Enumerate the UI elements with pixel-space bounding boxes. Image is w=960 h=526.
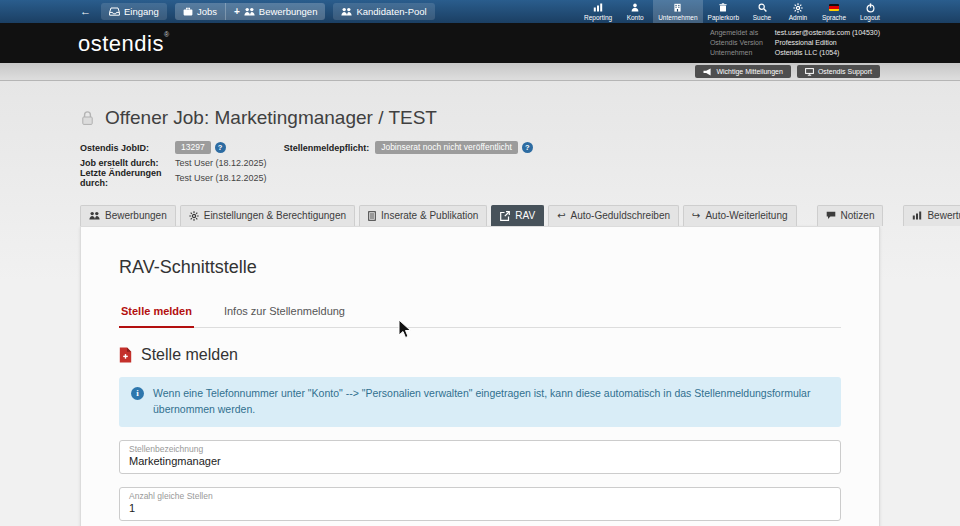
changed-value: Test User (18.12.2025) <box>175 173 267 183</box>
subtab-infos-zur-stellenmeldung[interactable]: Infos zur Stellenmeldung <box>222 298 347 327</box>
inbox-icon <box>109 7 120 16</box>
people-icon <box>89 211 100 220</box>
field-stellenbezeichnung[interactable]: Stellenbezeichnung Marketingmanager <box>119 440 841 474</box>
tab-notizen[interactable]: Notizen <box>817 205 884 226</box>
nav-eingang[interactable]: Eingang <box>101 3 167 20</box>
account-info: Angemeldet als test.user@ostendis.com (1… <box>710 28 880 57</box>
tab-inserate-publikation[interactable]: Inserate & Publikation <box>359 205 487 226</box>
info-alert: i Wenn eine Telefonnummer unter "Konto" … <box>119 377 841 427</box>
back-button[interactable]: ← <box>80 6 91 17</box>
nav-jobs-label: Jobs <box>197 6 217 17</box>
rav-panel: RAV-Schnittstelle Stelle melden Infos zu… <box>80 226 880 526</box>
report-file-icon <box>119 347 132 363</box>
people-icon <box>244 7 255 16</box>
nav-suche-label: Suche <box>753 14 771 21</box>
briefcase-icon <box>183 7 193 16</box>
rav-subtabs: Stelle melden Infos zur Stellenmeldung <box>119 298 841 328</box>
search-icon <box>758 3 767 13</box>
tab-bewerbungen[interactable]: Bewerbungen <box>80 205 176 226</box>
tab-rav[interactable]: RAV <box>491 205 544 226</box>
help-icon[interactable]: ? <box>215 142 226 153</box>
meldepflicht-badge: Jobinserat noch nicht veröffentlicht <box>375 141 518 154</box>
meldepflicht-label: Stellenmeldepflicht: <box>284 143 370 153</box>
tab-label: RAV <box>515 210 535 221</box>
registered-mark-icon: ® <box>164 31 170 38</box>
external-link-icon <box>500 211 510 221</box>
nav-logout-label: Logout <box>860 14 880 21</box>
job-meta: Ostendis JobID: 13297 ? Stellenmeldepfli… <box>80 140 880 185</box>
wichtige-mitteilungen-button[interactable]: Wichtige Mitteilungen <box>695 65 791 78</box>
gear-icon <box>189 211 199 221</box>
monitor-icon <box>805 68 814 76</box>
stelle-melden-section-head: Stelle melden <box>119 346 841 364</box>
account-info-label: Unternehmen <box>710 48 763 57</box>
field-value[interactable]: 1 <box>129 502 831 515</box>
changed-label: Letzte Änderungen durch: <box>80 168 175 188</box>
meta-row-created: Job erstellt durch: Test User (18.12.202… <box>80 155 880 170</box>
nav-unternehmen[interactable]: Unternehmen <box>653 0 702 23</box>
account-info-value: Ostendis LLC (1054) <box>775 48 880 57</box>
main-content: Offener Job: Marketingmanager / TEST Ost… <box>0 81 960 526</box>
top-navigation: ← Eingang Jobs + Bewerbungen Kandidaten-… <box>0 0 960 23</box>
title-row: Offener Job: Marketingmanager / TEST <box>80 107 880 129</box>
german-flag-icon <box>829 3 839 13</box>
field-value[interactable]: Marketingmanager <box>129 455 831 468</box>
ostendis-logo[interactable]: ostendis® <box>78 31 170 57</box>
nav-jobs-group: Jobs + Bewerbungen <box>175 3 326 20</box>
nav-suche[interactable]: Suche <box>744 0 780 23</box>
ostendis-support-button[interactable]: Ostendis Support <box>797 65 880 78</box>
comment-icon <box>826 211 836 220</box>
meta-row-jobid: Ostendis JobID: 13297 ? Stellenmeldepfli… <box>80 140 880 155</box>
people-icon <box>341 7 352 16</box>
nav-unternehmen-label: Unternehmen <box>658 14 697 21</box>
tab-label: Einstellungen & Berechtigungen <box>204 210 346 221</box>
nav-jobs[interactable]: Jobs <box>175 3 225 20</box>
nav-reporting[interactable]: Reporting <box>579 0 617 23</box>
building-icon <box>673 3 682 13</box>
nav-konto[interactable]: Konto <box>617 0 653 23</box>
nav-eingang-label: Eingang <box>124 6 159 17</box>
account-info-value: Professional Edition <box>775 38 880 47</box>
nav-add-bewerbungen[interactable]: + Bewerbungen <box>225 3 325 20</box>
plus-icon: + <box>234 6 240 17</box>
nav-sprache[interactable]: Sprache <box>816 0 852 23</box>
forward-icon: ↪ <box>692 211 700 221</box>
nav-papierkorb[interactable]: Papierkorb <box>703 0 744 23</box>
nav-kandidaten-pool[interactable]: Kandidaten-Pool <box>333 3 434 20</box>
power-icon <box>866 3 875 13</box>
tab-bewertungen[interactable]: Bewertungen <box>903 205 960 226</box>
tab-auto-weiterleitung[interactable]: ↪ Auto-Weiterleitung <box>683 205 796 226</box>
field-anzahl-gleiche-stellen[interactable]: Anzahl gleiche Stellen 1 <box>119 487 841 521</box>
support-buttons: Wichtige Mitteilungen Ostendis Support <box>695 65 880 78</box>
nav-logout[interactable]: Logout <box>852 0 888 23</box>
tab-label: Bewerbungen <box>105 210 167 221</box>
field-label: Stellenbezeichnung <box>129 444 831 454</box>
help-icon[interactable]: ? <box>522 142 533 153</box>
created-value: Test User (18.12.2025) <box>175 158 267 168</box>
tab-auto-geduldschreiben[interactable]: ↩ Auto-Geduldschreiben <box>548 205 679 226</box>
nav-admin[interactable]: Admin <box>780 0 816 23</box>
chart-icon <box>912 211 922 220</box>
lock-icon <box>80 110 95 126</box>
page-title: Offener Job: Marketingmanager / TEST <box>105 107 437 129</box>
field-label: Anzahl gleiche Stellen <box>129 491 831 501</box>
ostendis-support-label: Ostendis Support <box>818 68 872 75</box>
created-label: Job erstellt durch: <box>80 158 175 168</box>
section-heading: Stelle melden <box>141 346 238 364</box>
jobid-badge: 13297 <box>175 141 211 154</box>
tab-label: Bewertungen <box>927 210 960 221</box>
app-screen: ← Eingang Jobs + Bewerbungen Kandidaten-… <box>0 0 960 526</box>
megaphone-icon <box>703 68 712 76</box>
nav-sprache-label: Sprache <box>822 14 846 21</box>
account-info-label: Angemeldet als <box>710 28 763 37</box>
nav-konto-label: Konto <box>627 14 644 21</box>
app-header: ostendis® Angemeldet als test.user@osten… <box>0 23 960 63</box>
nav-kandidaten-pool-label: Kandidaten-Pool <box>356 6 426 17</box>
trash-icon <box>719 3 727 13</box>
reply-icon: ↩ <box>557 211 565 221</box>
logo-text: ostendis <box>78 31 164 56</box>
top-nav-utilities: Reporting Konto Unternehmen Papierkorb S… <box>579 0 960 23</box>
tab-einstellungen-berechtigungen[interactable]: Einstellungen & Berechtigungen <box>180 205 355 226</box>
job-tabs: Bewerbungen Einstellungen & Berechtigung… <box>80 205 880 226</box>
subtab-stelle-melden[interactable]: Stelle melden <box>119 298 194 328</box>
